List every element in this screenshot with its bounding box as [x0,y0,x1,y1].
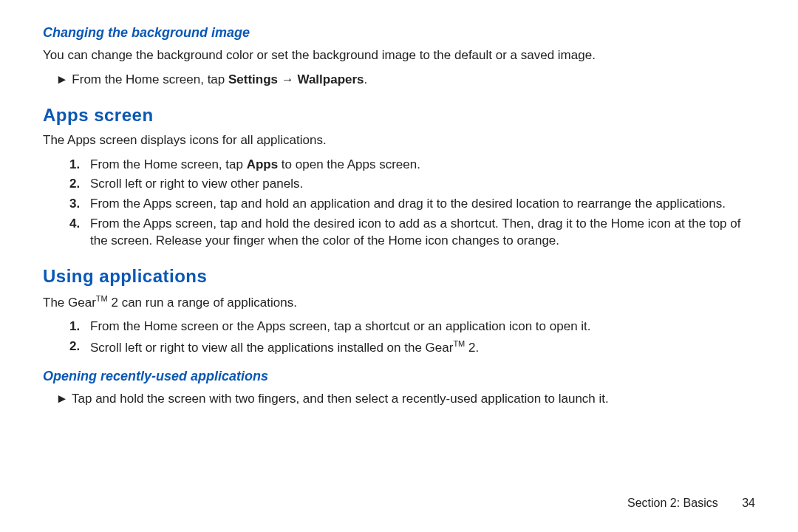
para-apps-screen: The Apps screen displays icons for all a… [43,132,755,149]
manual-page: Changing the background image You can ch… [0,0,798,532]
page-footer: Section 2: Basics 34 [627,495,755,511]
step-scroll-apps: Scroll left or right to view all the app… [90,338,755,357]
right-arrow-icon: → [278,72,297,86]
trademark-icon: TM [453,339,465,348]
bullet2-text: Tap and hold the screen with two fingers… [72,392,609,406]
subheading-recent-apps: Opening recently-used applications [43,367,755,385]
heading-apps-screen: Apps screen [43,103,755,127]
steps-apps-screen: From the Home screen, tap Apps to open t… [43,157,755,250]
step-open-app: From the Home screen or the Apps screen,… [90,318,755,335]
triangle-bullet-icon: ► [56,391,69,408]
step-a1-suffix: to open the Apps screen. [278,157,420,171]
step-rearrange: From the Apps screen, tap and hold an ap… [90,196,755,213]
triangle-bullet-icon: ► [56,72,69,89]
bullet1-text-prefix: From the Home screen, tap [72,72,228,86]
para3-prefix: The Gear [43,295,96,309]
trademark-icon: TM [96,294,108,303]
bullet1-bold-wallpapers: Wallpapers [298,72,364,86]
para-using-apps: The GearTM 2 can run a range of applicat… [43,293,755,312]
bullet1-suffix: . [364,72,368,86]
bullet-settings-wallpapers: ► From the Home screen, tap Settings → W… [71,72,755,89]
subheading-change-bg: Changing the background image [43,24,755,41]
step-b2-prefix: Scroll left or right to view all the app… [90,341,453,355]
step-a1-prefix: From the Home screen, tap [90,157,247,171]
step-scroll-panels: Scroll left or right to view other panel… [90,176,755,193]
para3-suffix: 2 can run a range of applications. [108,295,297,309]
footer-section-label: Section 2: Basics [627,497,718,509]
bullet1-bold-settings: Settings [228,72,278,86]
heading-using-apps: Using applications [43,265,755,288]
step-a1-bold: Apps [247,157,279,171]
steps-using-apps: From the Home screen or the Apps screen,… [43,318,755,357]
para-change-bg: You can change the background color or s… [43,47,755,64]
step-b2-suffix: 2. [465,341,479,355]
step-open-apps: From the Home screen, tap Apps to open t… [90,157,755,174]
footer-page-number: 34 [742,497,755,509]
step-add-shortcut: From the Apps screen, tap and hold the d… [90,216,755,250]
bullet-recent-apps: ► Tap and hold the screen with two finge… [71,391,755,408]
